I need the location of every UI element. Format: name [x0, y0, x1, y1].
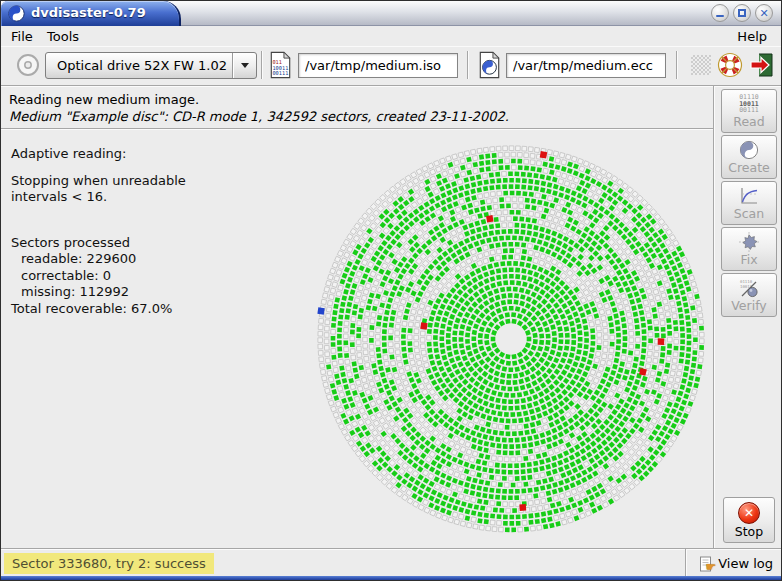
status-message: Sector 333680, try 2: success [4, 553, 214, 574]
toolbar-separator [676, 51, 678, 79]
maximize-button[interactable] [733, 4, 751, 22]
drive-select-value: Optical drive 52X FW 1.02 [46, 58, 232, 73]
fix-button-label: Fix [740, 253, 757, 266]
app-logo-icon [8, 5, 25, 22]
chevron-down-icon [241, 63, 249, 68]
scan-button[interactable]: Scan [721, 181, 777, 225]
statusbar-separator [685, 549, 687, 576]
close-icon: ✕ [759, 8, 768, 19]
status-header: Reading new medium image. Medium "Exampl… [1, 86, 713, 129]
info-stopping-line2: intervals < 16. [11, 189, 186, 206]
reading-info-panel: Adaptive reading: Stopping when unreadab… [11, 146, 186, 317]
spacer [11, 206, 186, 235]
read-button[interactable]: 01110 10011 00111 Read [721, 89, 777, 133]
verify-button-label: Verify [731, 299, 766, 312]
view-log-label: View log [718, 556, 773, 571]
help-button[interactable] [717, 52, 743, 78]
svg-text:00111: 00111 [272, 70, 288, 76]
read-icon: 01110 10011 00111 [739, 94, 759, 114]
fix-button[interactable]: Fix [721, 227, 777, 271]
media-spiral-visualization [306, 134, 716, 544]
preferences-button-disabled[interactable] [691, 55, 711, 75]
stop-button[interactable]: ✕ Stop [723, 497, 775, 543]
titlebar-tab: dvdisaster-0.79 [1, 1, 181, 26]
ecc-file-icon [478, 51, 501, 79]
status-header-line1: Reading new medium image. [9, 92, 199, 107]
image-file-input[interactable] [298, 53, 458, 78]
menu-tools[interactable]: Tools [43, 28, 83, 46]
status-header-line2: Medium "Example disc": CD-R mode 1, 3425… [9, 109, 509, 124]
sectors-correctable: correctable: 0 [11, 268, 186, 285]
quit-button[interactable] [749, 52, 775, 78]
spacer [11, 163, 186, 173]
menu-file[interactable]: File [7, 28, 37, 46]
drive-select[interactable]: Optical drive 52X FW 1.02 [45, 52, 257, 79]
verify-button[interactable]: 01110 10011 Verify [721, 273, 777, 317]
view-log-button[interactable]: ☛ View log [699, 553, 773, 574]
info-stopping-line1: Stopping when unreadable [11, 173, 186, 190]
toolbar-separator [261, 51, 263, 79]
ecc-file-input[interactable] [506, 53, 666, 78]
stop-button-label: Stop [735, 525, 763, 538]
sectors-readable: readable: 229600 [11, 251, 186, 268]
optical-disc-icon [15, 52, 41, 78]
menubar: File Tools Help [1, 27, 781, 46]
minimize-icon [716, 15, 724, 17]
verify-icon: 01110 10011 [738, 278, 760, 298]
window-bottom-frame [1, 576, 781, 581]
scan-icon [738, 186, 760, 206]
media-spiral-canvas [306, 134, 716, 544]
total-recoverable: Total recoverable: 67.0% [11, 301, 186, 318]
info-title: Adaptive reading: [11, 146, 186, 163]
minimize-button[interactable] [711, 4, 729, 22]
statusbar: Sector 333680, try 2: success ☛ View log [1, 548, 781, 576]
toolbar-separator [467, 51, 469, 79]
titlebar: dvdisaster-0.79 ✕ [1, 1, 781, 26]
create-button-label: Create [728, 161, 770, 174]
close-button[interactable]: ✕ [755, 4, 773, 22]
drive-select-arrow [232, 53, 256, 78]
header-separator [1, 128, 713, 130]
create-button[interactable]: Create [721, 135, 777, 179]
create-icon [739, 140, 759, 160]
sectors-processed-title: Sectors processed [11, 235, 186, 252]
read-button-label: Read [733, 115, 764, 128]
sectors-missing: missing: 112992 [11, 284, 186, 301]
app-window: dvdisaster-0.79 ✕ File Tools Help Optica… [0, 0, 782, 581]
pointing-hand-icon: ☛ [705, 560, 716, 574]
window-title: dvdisaster-0.79 [31, 5, 146, 20]
scan-button-label: Scan [734, 207, 764, 220]
fix-icon [738, 232, 760, 252]
menu-help[interactable]: Help [733, 28, 771, 46]
maximize-icon [738, 9, 746, 17]
image-file-icon: 011 10011 00111 [269, 51, 292, 79]
stop-icon: ✕ [738, 502, 760, 524]
